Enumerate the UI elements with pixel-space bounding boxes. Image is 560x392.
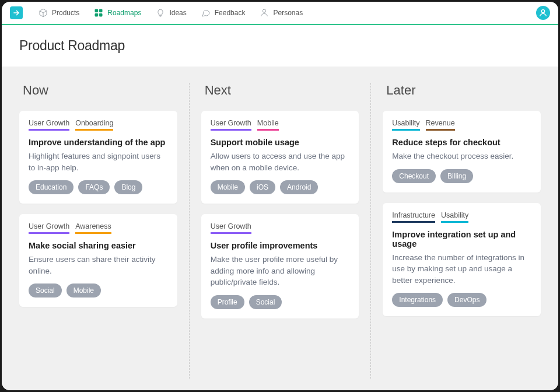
svg-point-5 bbox=[541, 10, 544, 13]
user-avatar[interactable] bbox=[536, 6, 550, 20]
nav-products[interactable]: Products bbox=[33, 5, 84, 20]
nav-label: Feedback bbox=[215, 9, 246, 17]
app-logo[interactable] bbox=[10, 6, 23, 19]
card-labels: User GrowthOnboarding bbox=[29, 119, 168, 131]
nav-label: Products bbox=[52, 9, 79, 17]
card-tags: IntegrationsDevOps bbox=[392, 293, 531, 307]
card-description: Highlight features and signpoint users t… bbox=[29, 150, 168, 173]
nav-ideas[interactable]: Ideas bbox=[150, 5, 191, 20]
nav-label: Ideas bbox=[169, 9, 186, 17]
card-labels: InfrastructureUsability bbox=[392, 211, 531, 223]
card-label: User Growth bbox=[211, 222, 251, 234]
nav-roadmaps[interactable]: Roadmaps bbox=[89, 5, 146, 20]
svg-rect-3 bbox=[100, 13, 103, 16]
card-tags: MobileiOSAndroid bbox=[211, 180, 350, 194]
card-description: Increase the number of integrations in u… bbox=[392, 252, 531, 286]
tag-pill[interactable]: iOS bbox=[250, 180, 275, 194]
card-labels: UsabilityRevenue bbox=[392, 119, 531, 131]
column-title: Later bbox=[386, 83, 541, 98]
card-title: Improve understanding of the app bbox=[29, 138, 168, 147]
card-labels: User GrowthMobile bbox=[211, 119, 350, 131]
card-label: User Growth bbox=[29, 222, 69, 234]
board-column: LaterUsabilityRevenueReduce steps for ch… bbox=[371, 83, 552, 379]
card-label: Usability bbox=[441, 211, 468, 223]
user-icon bbox=[538, 8, 548, 18]
tag-pill[interactable]: Mobile bbox=[66, 284, 101, 298]
card-label: Awareness bbox=[75, 222, 111, 234]
card-label: Revenue bbox=[426, 119, 455, 131]
card-description: Ensure users can share their activity on… bbox=[29, 254, 168, 276]
card-title: Reduce steps for checkout bbox=[392, 138, 531, 147]
tag-pill[interactable]: DevOps bbox=[447, 293, 487, 307]
svg-rect-0 bbox=[95, 9, 98, 12]
roadmap-card[interactable]: InfrastructureUsabilityImprove integrati… bbox=[383, 203, 541, 317]
card-tags: CheckoutBilling bbox=[392, 169, 531, 183]
card-label: Infrastructure bbox=[392, 211, 435, 223]
tag-pill[interactable]: Checkout bbox=[392, 169, 436, 183]
tag-pill[interactable]: Billing bbox=[440, 169, 473, 183]
tag-pill[interactable]: Android bbox=[280, 180, 318, 194]
tag-pill[interactable]: Blog bbox=[114, 180, 142, 194]
nav-personas[interactable]: Personas bbox=[254, 5, 307, 20]
card-description: Allow users to access and use the app wh… bbox=[211, 150, 350, 173]
tag-pill[interactable]: Mobile bbox=[211, 180, 245, 194]
top-nav: Products Roadmaps Ideas Feedback Persona bbox=[2, 2, 558, 25]
board-column: NowUser GrowthOnboardingImprove understa… bbox=[8, 83, 190, 379]
nav-label: Personas bbox=[273, 9, 303, 17]
card-label: Usability bbox=[392, 119, 419, 131]
tag-pill[interactable]: Social bbox=[29, 284, 62, 298]
roadmap-card[interactable]: User GrowthOnboardingImprove understandi… bbox=[19, 111, 177, 204]
card-title: User profile improvements bbox=[211, 241, 350, 250]
nav-label: Roadmaps bbox=[107, 9, 141, 17]
grid-icon bbox=[93, 8, 104, 18]
nav-feedback[interactable]: Feedback bbox=[196, 5, 250, 20]
cube-icon bbox=[38, 8, 48, 18]
column-title: Next bbox=[205, 83, 359, 98]
app-frame: Products Roadmaps Ideas Feedback Persona bbox=[2, 2, 558, 390]
card-tags: SocialMobile bbox=[29, 284, 168, 298]
roadmap-card[interactable]: User GrowthMobileSupport mobile usageAll… bbox=[201, 111, 359, 204]
card-labels: User Growth bbox=[211, 222, 350, 234]
svg-rect-2 bbox=[95, 13, 98, 16]
card-label: User Growth bbox=[211, 119, 251, 131]
card-tags: ProfileSocial bbox=[211, 295, 350, 309]
card-description: Make the user profile more useful by add… bbox=[211, 254, 350, 288]
card-label: Mobile bbox=[257, 119, 279, 131]
card-description: Make the checkout process easier. bbox=[392, 150, 531, 162]
roadmap-card[interactable]: UsabilityRevenueReduce steps for checkou… bbox=[383, 111, 541, 192]
tag-pill[interactable]: Integrations bbox=[392, 293, 443, 307]
lightbulb-icon bbox=[155, 8, 166, 18]
person-icon bbox=[259, 8, 270, 18]
svg-point-4 bbox=[263, 9, 266, 12]
page-title: Product Roadmap bbox=[19, 38, 541, 54]
roadmap-board: NowUser GrowthOnboardingImprove understa… bbox=[2, 66, 558, 390]
card-labels: User GrowthAwareness bbox=[29, 222, 168, 234]
card-label: User Growth bbox=[29, 119, 69, 131]
svg-rect-1 bbox=[100, 9, 103, 12]
column-title: Now bbox=[23, 83, 177, 98]
board-column: NextUser GrowthMobileSupport mobile usag… bbox=[190, 83, 372, 379]
roadmap-card[interactable]: User GrowthUser profile improvementsMake… bbox=[201, 214, 359, 318]
roadmap-card[interactable]: User GrowthAwarenessMake social sharing … bbox=[19, 214, 177, 307]
tag-pill[interactable]: Education bbox=[29, 180, 74, 194]
tag-pill[interactable]: FAQs bbox=[78, 180, 110, 194]
tag-pill[interactable]: Social bbox=[249, 295, 282, 309]
arrow-icon bbox=[12, 9, 20, 17]
tag-pill[interactable]: Profile bbox=[211, 295, 244, 309]
card-title: Improve integration set up and usage bbox=[392, 230, 531, 249]
card-tags: EducationFAQsBlog bbox=[29, 180, 168, 194]
chat-icon bbox=[201, 8, 211, 18]
title-bar: Product Roadmap bbox=[2, 25, 558, 66]
card-label: Onboarding bbox=[75, 119, 113, 131]
card-title: Make social sharing easier bbox=[29, 241, 168, 250]
card-title: Support mobile usage bbox=[211, 138, 350, 147]
